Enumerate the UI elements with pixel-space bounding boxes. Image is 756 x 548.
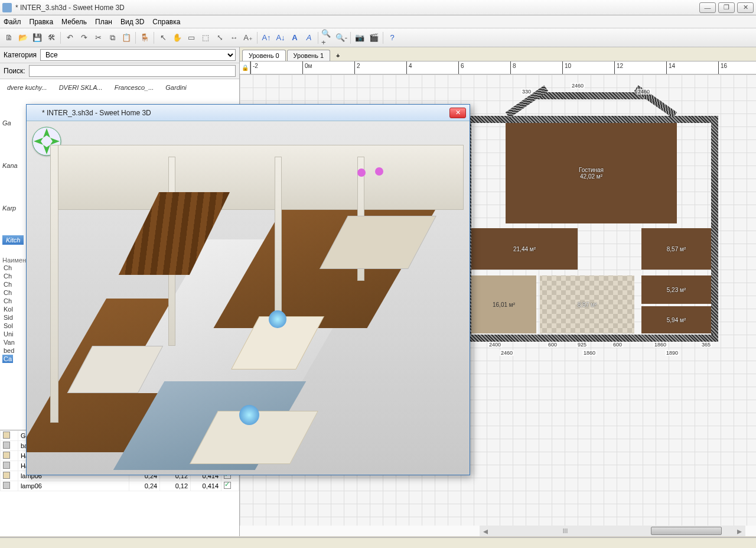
dimension-label: 2460 [637, 89, 651, 95]
toolbar: 🗎 📂 💾 🛠 ↶ ↷ ✂ ⧉ 📋 🪑 ↖ ✋ ▭ ⬚ ⤡ ↔ A₊ A↑ A↓… [0, 28, 756, 47]
floorplan[interactable]: Гостиная 42,02 м² 21,44 м² 8,57 м² 16,01… [464, 92, 718, 329]
catalog-col[interactable]: Francesco_... [115, 84, 154, 91]
catalog-item-selected[interactable]: Kitch [2, 235, 24, 245]
tab-level1[interactable]: Уровень 1 [287, 50, 331, 61]
create-walls-icon[interactable]: ▭ [185, 31, 198, 44]
catalog-col[interactable]: DVERI SKLA... [59, 84, 103, 91]
furniture-depth: 0,12 [160, 481, 191, 491]
view3d-canvas[interactable] [27, 121, 470, 475]
room-area: 8,97 м² [578, 301, 597, 308]
catalog-col[interactable]: dvere kuchy... [7, 84, 47, 91]
dimension-label: 1890 [665, 350, 679, 356]
copy-icon[interactable]: ⧉ [106, 31, 119, 44]
ruler-tick: 0м [302, 61, 312, 74]
paste-icon[interactable]: 📋 [120, 31, 133, 44]
table-row[interactable]: lamp060,240,120,414 [1, 481, 239, 491]
catalog-item[interactable]: Karp [2, 205, 16, 212]
color-swatch [3, 442, 10, 449]
category-label: Категория [4, 51, 37, 59]
text-bold-icon[interactable]: A [288, 31, 301, 44]
select-icon[interactable]: ↖ [157, 31, 170, 44]
view3d-titlebar[interactable]: * INTER_3.sh3d - Sweet Home 3D ✕ [27, 105, 470, 121]
tab-level0[interactable]: Уровень 0 [242, 50, 286, 61]
close-button[interactable]: ✕ [737, 2, 754, 13]
tab-add[interactable]: + [331, 50, 344, 61]
ruler-horizontal: 🔒 -20м246810121416 [240, 61, 756, 74]
menu-file[interactable]: Файл [4, 18, 21, 26]
scroll-thumb[interactable] [651, 527, 722, 535]
catalog-col[interactable]: Gardini [165, 84, 186, 91]
horizontal-scrollbar[interactable]: ◂ III ▸ [480, 526, 745, 536]
search-input[interactable] [29, 65, 236, 77]
view3d-window[interactable]: * INTER_3.sh3d - Sweet Home 3D ✕ [26, 104, 470, 475]
menu-help[interactable]: Справка [152, 18, 180, 26]
level-tabs: Уровень 0 Уровень 1 + [240, 47, 756, 61]
furniture-width: 0,24 [129, 481, 160, 491]
redo-icon[interactable]: ↷ [77, 31, 90, 44]
preferences-icon[interactable]: 🛠 [45, 31, 58, 44]
search-label: Поиск: [4, 67, 25, 75]
text-smaller-icon[interactable]: A↓ [274, 31, 287, 44]
open-icon[interactable]: 📂 [17, 31, 30, 44]
furniture-name: lamp06 [18, 481, 129, 491]
category-select[interactable]: Все [40, 49, 236, 61]
minimize-button[interactable]: — [699, 2, 716, 13]
cut-icon[interactable]: ✂ [92, 31, 105, 44]
create-text-icon[interactable]: A₊ [242, 31, 255, 44]
catalog-item[interactable]: Kana [2, 162, 18, 169]
menu-edit[interactable]: Правка [30, 18, 54, 26]
pan-icon[interactable]: ✋ [171, 31, 184, 44]
create-polyline-icon[interactable]: ⤡ [213, 31, 226, 44]
menu-furniture[interactable]: Мебель [61, 18, 87, 26]
color-swatch [3, 452, 10, 459]
catalog-item[interactable]: Ca [2, 355, 13, 363]
visible-checkbox[interactable] [224, 482, 231, 489]
video-icon[interactable]: 🎬 [367, 31, 380, 44]
room-area: 5,23 м² [667, 287, 686, 293]
color-swatch [3, 482, 10, 489]
add-furniture-icon[interactable]: 🪑 [138, 31, 151, 44]
view3d-title: * INTER_3.sh3d - Sweet Home 3D [42, 109, 151, 117]
light-icon [375, 167, 383, 176]
main-titlebar: * INTER_3.sh3d - Sweet Home 3D — ❐ ✕ [0, 0, 756, 15]
room-area: 21,44 м² [513, 246, 536, 252]
photo-icon[interactable]: 📷 [353, 31, 366, 44]
help-icon[interactable]: ? [386, 31, 399, 44]
menu-view3d[interactable]: Вид 3D [120, 18, 144, 26]
undo-icon[interactable]: ↶ [63, 31, 76, 44]
create-rooms-icon[interactable]: ⬚ [199, 31, 212, 44]
color-swatch [3, 432, 10, 439]
new-icon[interactable]: 🗎 [2, 31, 15, 44]
view3d-close-button[interactable]: ✕ [449, 108, 466, 118]
dimension-label: 925 [576, 342, 588, 348]
zoom-out-icon[interactable]: 🔍- [335, 31, 348, 44]
ruler-tick: -2 [250, 61, 258, 74]
lock-icon[interactable]: 🔒 [240, 61, 250, 74]
create-dimension-icon[interactable]: ↔ [227, 31, 240, 44]
dimension-label: 600 [612, 342, 623, 348]
ruler-tick: 16 [718, 61, 727, 74]
dimension-label: 600 [547, 342, 558, 348]
room-label-living: Гостиная [579, 167, 604, 173]
app-icon [30, 109, 38, 117]
dimension-label: 2460 [571, 83, 585, 89]
dimension-label: 330 [521, 89, 532, 95]
dimension-label: 365 [700, 342, 712, 348]
ruler-tick: 6 [458, 61, 464, 74]
text-bigger-icon[interactable]: A↑ [260, 31, 273, 44]
maximize-button[interactable]: ❐ [718, 2, 735, 13]
statusbar [0, 537, 756, 548]
ruler-tick: 10 [562, 61, 571, 74]
dimension-label: 1860 [653, 342, 667, 348]
zoom-in-icon[interactable]: 🔍+ [321, 31, 334, 44]
ruler-tick: 4 [406, 61, 412, 74]
menu-plan[interactable]: План [95, 18, 112, 26]
text-italic-icon[interactable]: A [302, 31, 315, 44]
save-icon[interactable]: 💾 [31, 31, 44, 44]
catalog-item[interactable]: Ga [2, 119, 11, 127]
light-icon [357, 168, 366, 177]
ruler-tick: 2 [354, 61, 360, 74]
ruler-tick: 14 [666, 61, 675, 74]
dimension-label: 2460 [500, 350, 514, 356]
room-area: 8,57 м² [667, 246, 686, 252]
